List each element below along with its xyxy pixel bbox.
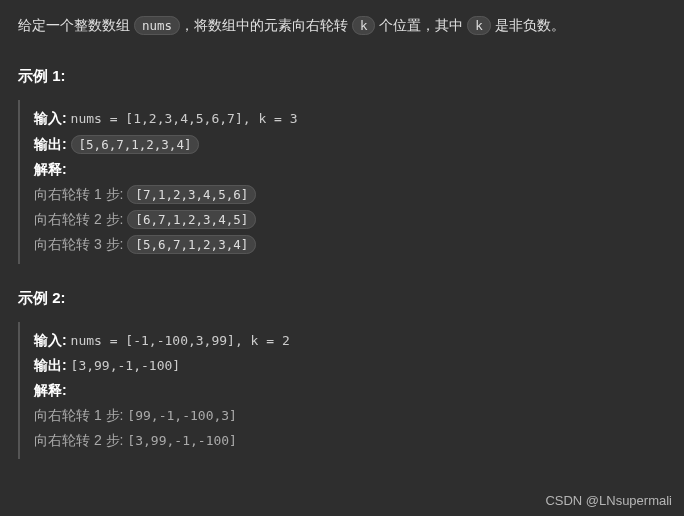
output-value: [5,6,7,1,2,3,4] bbox=[71, 135, 200, 154]
step-arr: [3,99,-1,-100] bbox=[127, 433, 237, 448]
step-arr: [6,7,1,2,3,4,5] bbox=[127, 210, 256, 229]
example2-step1: 向右轮转 1 步: [99,-1,-100,3] bbox=[34, 403, 666, 428]
example2-title: 示例 2: bbox=[18, 286, 666, 310]
example1-step2: 向右轮转 2 步: [6,7,1,2,3,4,5] bbox=[34, 207, 666, 232]
step-text: 向右轮转 1 步: bbox=[34, 407, 127, 423]
step-text: 向右轮转 3 步: bbox=[34, 236, 127, 252]
output-value: [3,99,-1,-100] bbox=[71, 358, 181, 373]
example2-block: 输入: nums = [-1,-100,3,99], k = 2 输出: [3,… bbox=[18, 322, 666, 460]
intro-text: ，将数组中的元素向右轮转 bbox=[180, 17, 352, 33]
input-value: nums = [1,2,3,4,5,6,7], k = 3 bbox=[71, 111, 298, 126]
example1-output: 输出: [5,6,7,1,2,3,4] bbox=[34, 132, 666, 157]
example2-output: 输出: [3,99,-1,-100] bbox=[34, 353, 666, 378]
example2-step2: 向右轮转 2 步: [3,99,-1,-100] bbox=[34, 428, 666, 453]
input-label: 输入: bbox=[34, 110, 67, 126]
watermark: CSDN @LNsupermali bbox=[545, 491, 672, 512]
example2-explain-label: 解释: bbox=[34, 378, 666, 403]
example1-step1: 向右轮转 1 步: [7,1,2,3,4,5,6] bbox=[34, 182, 666, 207]
step-arr: [99,-1,-100,3] bbox=[127, 408, 237, 423]
explain-label: 解释: bbox=[34, 161, 67, 177]
explain-label: 解释: bbox=[34, 382, 67, 398]
example1-explain-label: 解释: bbox=[34, 157, 666, 182]
code-k2: k bbox=[467, 16, 491, 35]
input-label: 输入: bbox=[34, 332, 67, 348]
step-text: 向右轮转 2 步: bbox=[34, 211, 127, 227]
problem-description: 给定一个整数数组 nums，将数组中的元素向右轮转 k 个位置，其中 k 是非负… bbox=[18, 14, 666, 36]
output-label: 输出: bbox=[34, 136, 67, 152]
output-label: 输出: bbox=[34, 357, 67, 373]
example2-input: 输入: nums = [-1,-100,3,99], k = 2 bbox=[34, 328, 666, 353]
example1-input: 输入: nums = [1,2,3,4,5,6,7], k = 3 bbox=[34, 106, 666, 131]
input-value: nums = [-1,-100,3,99], k = 2 bbox=[71, 333, 290, 348]
step-text: 向右轮转 1 步: bbox=[34, 186, 127, 202]
intro-text: 个位置，其中 bbox=[375, 17, 467, 33]
step-text: 向右轮转 2 步: bbox=[34, 432, 127, 448]
example1-step3: 向右轮转 3 步: [5,6,7,1,2,3,4] bbox=[34, 232, 666, 257]
example1-title: 示例 1: bbox=[18, 64, 666, 88]
step-arr: [5,6,7,1,2,3,4] bbox=[127, 235, 256, 254]
intro-text: 是非负数。 bbox=[491, 17, 565, 33]
example1-block: 输入: nums = [1,2,3,4,5,6,7], k = 3 输出: [5… bbox=[18, 100, 666, 263]
code-nums: nums bbox=[134, 16, 180, 35]
intro-text: 给定一个整数数组 bbox=[18, 17, 134, 33]
code-k: k bbox=[352, 16, 376, 35]
step-arr: [7,1,2,3,4,5,6] bbox=[127, 185, 256, 204]
